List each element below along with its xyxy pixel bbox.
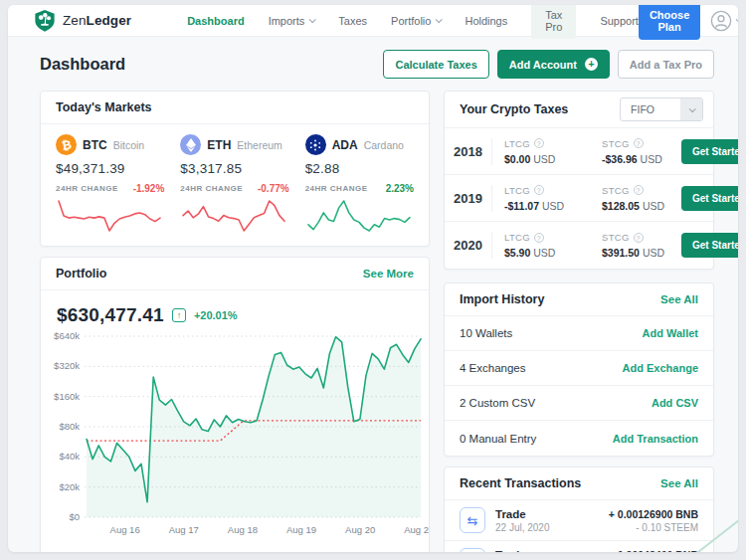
amount-in: + 0.00126900 BNB: [609, 508, 698, 520]
ada-icon: [305, 134, 326, 155]
tax-year-row-2019: 2019 LTCG? -$11.07 USD STCG? $128.05 USD…: [445, 175, 713, 222]
transaction-row[interactable]: ⇆ Trade 22 Jul, 2020 + 0.00126900 BNB - …: [445, 500, 713, 541]
btc-icon: ₿: [56, 134, 77, 155]
nav-links: Dashboard Imports Taxes Portfolio Holdin…: [187, 5, 639, 39]
import-count: 2 Custom CSV: [460, 397, 535, 409]
nav-item-portfolio[interactable]: Portfolio: [391, 15, 441, 27]
get-started-button[interactable]: Get Started: [681, 233, 738, 258]
svg-text:$40k: $40k: [59, 451, 80, 462]
svg-text:$0: $0: [69, 511, 80, 522]
page-header: Dashboard Calculate Taxes Add Account + …: [8, 37, 738, 91]
get-started-button[interactable]: Get Started: [681, 139, 738, 164]
stcg-value: -$36.96 USD: [602, 153, 681, 165]
btc-sparkline-chart: [56, 196, 163, 238]
svg-text:Aug 16: Aug 16: [110, 524, 140, 535]
help-icon[interactable]: ?: [534, 185, 544, 195]
add-exchange-link[interactable]: Add Exchange: [623, 362, 698, 374]
add-wallet-link[interactable]: Add Wallet: [643, 327, 698, 339]
brand-wordmark: ZenLedger: [63, 13, 131, 28]
import-row-csv: 2 Custom CSV Add CSV: [445, 386, 713, 421]
avatar-icon: [710, 10, 732, 32]
change-value: -1.92%: [133, 183, 165, 194]
chevron-down-icon: [309, 16, 316, 23]
help-icon[interactable]: ?: [534, 233, 544, 243]
accounting-method-select[interactable]: FIFO: [620, 97, 703, 121]
transaction-row[interactable]: ⇆ Trade 22 Jul, 2020 + 0.29948400 BNB - …: [445, 541, 713, 552]
change-label: 24HR CHANGE: [180, 184, 243, 193]
see-more-link[interactable]: See More: [363, 268, 414, 280]
trend-up-icon: ↑: [172, 308, 186, 322]
change-label: 24HR CHANGE: [305, 184, 368, 193]
coin-price: $2.88: [305, 161, 414, 176]
nav-right: Choose Plan: [639, 5, 738, 40]
add-tax-pro-button[interactable]: Add a Tax Pro: [618, 50, 714, 79]
help-icon[interactable]: ?: [634, 138, 644, 148]
ltcg-value: -$11.07 USD: [504, 200, 584, 212]
nav-item-holdings[interactable]: Holdings: [465, 15, 507, 27]
user-menu[interactable]: [710, 10, 738, 32]
tax-year-row-2020: 2020 LTCG? $5.90 USD STCG? $391.50 USD G…: [445, 222, 713, 269]
get-started-button[interactable]: Get Started: [681, 186, 738, 211]
add-transaction-link[interactable]: Add Transaction: [613, 433, 698, 445]
nav-item-support[interactable]: Support: [600, 15, 639, 27]
portfolio-change: +20.01%: [194, 309, 238, 321]
zenledger-logo[interactable]: ZenLedger: [34, 9, 131, 33]
todays-markets-card: Today's Markets ₿ BTC Bitcoin $49,371.39…: [40, 91, 430, 247]
stcg-label: STCG: [602, 185, 630, 196]
transaction-date: 22 Jul, 2020: [495, 522, 550, 533]
crypto-taxes-card: Your Crypto Taxes FIFO 2018 LTCG? $0.00 …: [444, 91, 714, 270]
svg-text:Aug 19: Aug 19: [286, 524, 316, 535]
portfolio-title: Portfolio: [56, 267, 106, 280]
coin-price: $49,371.39: [56, 161, 164, 176]
portfolio-card: Portfolio See More $630,477.41 ↑ +20.01%…: [40, 257, 430, 552]
import-row-wallets: 10 Wallets Add Wallet: [445, 316, 713, 351]
import-count: 0 Manual Entry: [460, 433, 536, 445]
svg-text:$80k: $80k: [59, 421, 80, 432]
recent-transactions-card: Recent Transactions See All ⇆ Trade 22 J…: [444, 467, 714, 552]
add-account-button[interactable]: Add Account +: [497, 50, 610, 79]
choose-plan-button[interactable]: Choose Plan: [639, 5, 700, 40]
svg-text:$640k: $640k: [54, 330, 80, 341]
help-icon[interactable]: ?: [634, 233, 644, 243]
ltcg-value: $0.00 USD: [504, 153, 584, 165]
help-icon[interactable]: ?: [634, 185, 644, 195]
svg-text:$20k: $20k: [59, 481, 80, 492]
coin-symbol: ADA: [332, 138, 358, 152]
import-history-title: Import History: [460, 292, 544, 306]
import-count: 10 Wallets: [460, 327, 512, 339]
coin-price: $3,317.85: [180, 161, 288, 176]
nav-item-dashboard[interactable]: Dashboard: [187, 15, 244, 27]
header-actions: Calculate Taxes Add Account + Add a Tax …: [383, 50, 714, 79]
ltcg-label: LTCG: [504, 232, 530, 243]
nav-item-taxes[interactable]: Taxes: [338, 15, 367, 27]
eth-icon: [180, 134, 201, 155]
eth-sparkline-chart: [180, 196, 287, 238]
selected-method: FIFO: [621, 98, 680, 120]
import-row-exchanges: 4 Exchanges Add Exchange: [445, 351, 713, 386]
see-all-link[interactable]: See All: [660, 293, 698, 305]
transaction-type: Trade: [495, 508, 550, 520]
ltcg-label: LTCG: [504, 185, 530, 196]
page-title: Dashboard: [40, 55, 125, 74]
amount-out: - 0.10 STEEM: [609, 522, 698, 533]
app-window: ZenLedger Dashboard Imports Taxes Portfo…: [8, 5, 738, 552]
change-value: 2.23%: [386, 183, 414, 194]
coin-name: Ethereum: [237, 139, 282, 151]
market-item-ada: ADA Cardano $2.88 24HR CHANGE 2.23%: [305, 134, 414, 238]
plus-icon: +: [585, 58, 598, 71]
see-all-link[interactable]: See All: [660, 477, 698, 489]
import-count: 4 Exchanges: [460, 362, 526, 374]
ada-sparkline-chart: [305, 196, 413, 238]
add-csv-link[interactable]: Add CSV: [652, 397, 698, 409]
change-value: -0.77%: [258, 183, 289, 194]
change-label: 24HR CHANGE: [56, 184, 118, 193]
calculate-taxes-button[interactable]: Calculate Taxes: [383, 50, 488, 79]
svg-text:Aug 21: Aug 21: [404, 524, 429, 535]
market-item-btc: ₿ BTC Bitcoin $49,371.39 24HR CHANGE -1.…: [56, 134, 164, 238]
amount-in: + 0.29948400 BNB: [609, 549, 698, 553]
stcg-value: $128.05 USD: [602, 200, 681, 212]
nav-item-tax-pro[interactable]: Tax Pro: [531, 5, 576, 39]
nav-item-imports[interactable]: Imports: [269, 15, 315, 27]
tax-year: 2018: [445, 144, 491, 159]
help-icon[interactable]: ?: [534, 138, 544, 148]
